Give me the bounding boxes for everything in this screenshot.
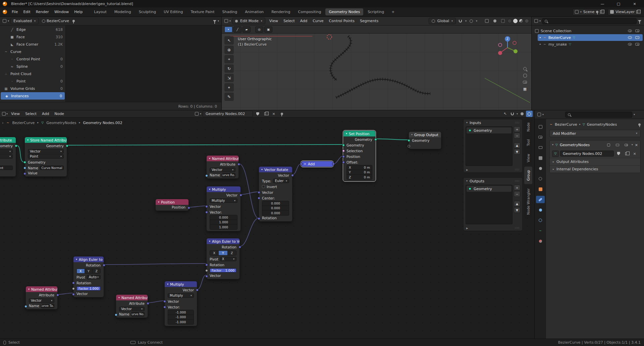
socket-name-input[interactable] [115, 313, 117, 316]
breadcrumb-object[interactable]: BezierCurve [555, 122, 577, 127]
menu-item[interactable]: Add [39, 111, 52, 117]
socket-vector-output[interactable] [196, 289, 199, 291]
transform-orientation-dropdown[interactable]: Global▾ [429, 18, 456, 24]
parent-tree-icon[interactable]: ↖ [502, 111, 508, 117]
socket-center-input[interactable] [258, 197, 260, 199]
viewport-tool-button[interactable]: ✎ [224, 93, 234, 101]
name-field[interactable]: Curve Normal [40, 166, 64, 170]
filter-funnel-icon[interactable] [213, 20, 216, 22]
workspace-tab[interactable]: Scripting [364, 8, 387, 15]
socket-rotation-output[interactable] [238, 246, 241, 248]
spreadsheet-domain-row[interactable]: ～ Curve [0, 48, 65, 55]
vertex-select-toggle[interactable]: • [224, 26, 232, 33]
name-field[interactable]: Curve Ro... [222, 173, 235, 177]
camera-view-icon[interactable] [523, 81, 527, 83]
tab-scene[interactable] [536, 165, 545, 172]
menu-item[interactable]: Control Points [326, 18, 357, 24]
editor-type-icon[interactable] [534, 19, 538, 23]
add-workspace-tab[interactable]: + [388, 8, 398, 15]
expand-icon[interactable]: ▸ [466, 168, 468, 172]
breadcrumb-item[interactable]: BezierCurve [12, 121, 35, 125]
domain-dropdown[interactable]: ▾ [0, 154, 13, 159]
tab-modifiers[interactable] [536, 196, 545, 203]
show-gizmo-icon[interactable] [483, 18, 490, 24]
viewlayer-selector[interactable]: ViewLayer [608, 9, 641, 15]
tab-view-layer[interactable] [536, 154, 545, 162]
hide-eye-icon[interactable] [628, 43, 632, 46]
scene-pin-icon[interactable] [596, 11, 598, 13]
browse-nodetree-icon[interactable]: ▽ [552, 151, 559, 157]
menu-item[interactable]: Select [22, 111, 39, 117]
show-overlays-icon[interactable] [491, 18, 498, 24]
node-vector-multiply[interactable]: ▾Multiply Vector Multiply▾ Vector Vector… [206, 186, 241, 231]
axis-y-button[interactable]: Y [219, 251, 227, 255]
sidebar-tab[interactable]: Node [524, 119, 532, 135]
socket-vector-input[interactable] [258, 191, 260, 194]
filter-funnel-icon[interactable] [638, 20, 641, 22]
spreadsheet-domain-row[interactable]: ◦ Control Point 0 [0, 55, 65, 63]
section-output-attributes[interactable]: ▸Output Attributes [550, 158, 640, 165]
tab-physics[interactable] [536, 217, 545, 224]
menu-item[interactable]: View [267, 18, 281, 24]
edit-mode-display-toggle[interactable] [605, 142, 612, 148]
node-named-attribute-normal[interactable]: ▾Named Attribute Attribute Vector▾ NameC… [116, 294, 148, 318]
render-camera-icon[interactable] [635, 36, 639, 39]
expand-icon[interactable]: ▸ [540, 36, 541, 39]
axis-z-button[interactable]: Z [228, 251, 236, 255]
pin-icon[interactable] [278, 111, 285, 117]
node-group-output[interactable]: ▾Group Output Geometry [409, 131, 441, 149]
pivot-dropdown[interactable]: Auto▾ [87, 275, 101, 279]
move-input-up-button[interactable]: ▲ [514, 142, 520, 148]
data-type-dropdown[interactable]: Vector▾ [29, 298, 54, 303]
spreadsheet-domain-row[interactable]: · Point 0 [0, 77, 65, 85]
editor-type-icon[interactable] [224, 19, 228, 23]
workspace-tab[interactable]: Texture Paint [187, 8, 218, 15]
hide-eye-icon[interactable] [628, 30, 632, 32]
socket-vector-input[interactable] [72, 293, 75, 296]
socket-rotation-input[interactable] [205, 264, 208, 266]
data-type-dropdown[interactable]: Vector▾ [28, 149, 64, 154]
sidebar-tab[interactable]: View [524, 151, 532, 166]
hide-eye-icon[interactable] [628, 36, 632, 39]
operation-dropdown[interactable]: Multiply▾ [168, 293, 194, 298]
workspace-tab[interactable]: Animation [241, 8, 267, 15]
factor-slider[interactable]: Factor1.000 [210, 268, 236, 273]
node-named-attribute-tangent[interactable]: ▾Named Attribute Attribute Vector▾ NameC… [25, 286, 58, 309]
spreadsheet-domain-row[interactable]: ╱ Edge 618 [0, 26, 65, 33]
menu-item[interactable]: Node [52, 111, 67, 117]
socket-vector-input[interactable] [205, 275, 208, 278]
extras-dropdown-icon[interactable]: ▾ [632, 143, 633, 146]
breadcrumb-item[interactable]: GeometryNodes [46, 121, 76, 125]
spreadsheet-domain-row[interactable]: ◣ Face Corner 1.2K [0, 41, 65, 48]
socket-add-output[interactable] [332, 163, 335, 165]
snap-magnet-icon[interactable] [457, 18, 464, 24]
socket-vector2-input[interactable] [205, 211, 208, 214]
node-vector-multiply-2[interactable]: ▾Multiply Vector Multiply▾ Vector Vector… [164, 281, 197, 326]
factor-slider[interactable]: Factor1.000 [76, 286, 101, 291]
socket-vector-output[interactable] [291, 174, 294, 177]
offset-value-fields[interactable]: X0 m Y0 m Z0 m [346, 165, 372, 180]
output-item-geometry[interactable]: Geometry [467, 186, 512, 192]
socket-offset-input[interactable] [342, 161, 345, 164]
tab-object-data[interactable]: ～ [536, 227, 545, 234]
outliner-row-scene-collection[interactable]: Scene Collection [533, 27, 643, 34]
add-input-button[interactable]: + [514, 126, 520, 132]
blender-menu-icon[interactable] [3, 10, 7, 14]
pivot-dropdown[interactable]: X▾ [220, 257, 236, 261]
spreadsheet-domain-row[interactable]: ■ Face 310 [0, 33, 65, 41]
scene-copy-icon[interactable] [600, 10, 603, 13]
xray-toggle-icon[interactable] [499, 18, 506, 24]
vector-value-fields[interactable]: -1.000 -1.000 -1.000 [168, 310, 194, 325]
minimize-button[interactable]: — [596, 0, 609, 7]
maximize-button[interactable]: ▢ [612, 0, 625, 7]
modifier-panel-header[interactable]: ▾ ▽ GeometryNodes ▾ × [550, 140, 640, 149]
outliner-row-beziercurve[interactable]: ▸ ～ BezierCurve ▽ [538, 34, 643, 41]
shading-wireframe-icon[interactable] [507, 19, 512, 23]
socket-vector-output[interactable] [239, 194, 242, 196]
menu-item[interactable]: Edit [20, 9, 33, 15]
viewport-canvas[interactable]: User Orthographic (1) BezierCurve ↖⊕＋↻⇲⌖… [222, 34, 532, 110]
viewport-tool-button[interactable]: ⌖ [224, 83, 234, 92]
fake-user-shield-icon[interactable] [254, 111, 261, 117]
axis-z-button[interactable]: Z [93, 269, 100, 273]
render-display-toggle[interactable] [623, 142, 630, 148]
